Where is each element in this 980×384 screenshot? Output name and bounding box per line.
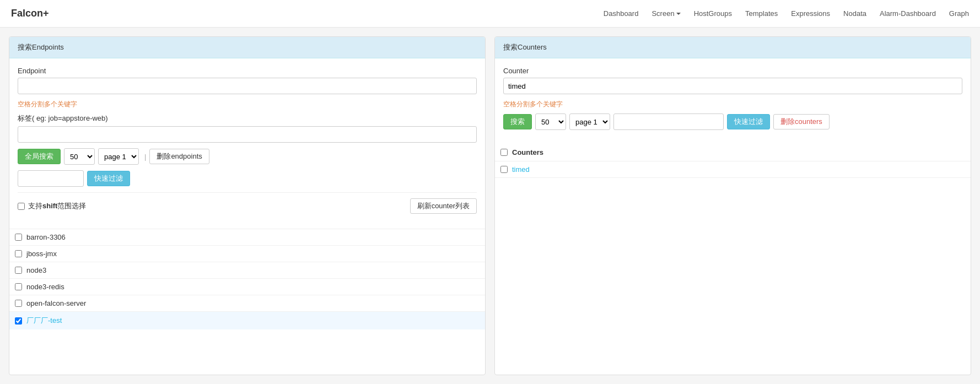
tags-form-group: 标签( eg: job=appstore-web) [18, 113, 477, 143]
counter-item-timed: timed [495, 161, 971, 178]
counter-quick-filter-button[interactable]: 快速过滤 [727, 114, 770, 129]
delete-endpoints-button[interactable]: 删除endpoints [149, 149, 209, 164]
endpoint-label: Endpoint [18, 67, 477, 75]
counters-header-row: Counters [495, 144, 971, 161]
counter-label: Counter [503, 67, 962, 75]
counters-panel-heading: 搜索Counters [495, 37, 971, 58]
endpoints-panel-body: Endpoint 空格分割多个关键字 标签( eg: job=appstore-… [9, 58, 485, 229]
counters-list: timed [495, 161, 971, 178]
endpoint-name-node3: node3 [26, 266, 46, 274]
nav-expressions[interactable]: Expressions [791, 9, 830, 18]
endpoint-input[interactable] [18, 78, 477, 94]
endpoint-checkbox-barron[interactable] [15, 234, 22, 241]
counter-hint: 空格分割多个关键字 [503, 100, 962, 109]
counter-search-row: 搜索 50 100 200 page 1 page 2 page 3 快速过滤 … [503, 113, 962, 130]
counters-col-label: Counters [512, 148, 543, 156]
endpoint-item-node3: node3 [9, 262, 485, 279]
counter-filter-input[interactable] [613, 113, 724, 130]
counter-form-group: Counter [503, 67, 962, 94]
refresh-counter-list-button[interactable]: 刷新counter列表 [410, 198, 477, 214]
shift-text: 支持shift范围选择 [28, 201, 86, 211]
counter-page-select[interactable]: page 1 page 2 page 3 [569, 113, 610, 130]
nav-alarm-dashboard[interactable]: Alarm-Dashboard [880, 9, 936, 18]
limit-select[interactable]: 50 100 200 [64, 148, 95, 165]
nav-links: Dashboard Screen HostGroups Templates Ex… [604, 9, 969, 18]
endpoint-list: barron-3306 jboss-jmx node3 node3-redis … [9, 229, 485, 329]
filter-input[interactable] [18, 170, 84, 187]
endpoint-checkbox-test[interactable] [15, 317, 22, 324]
brand: Falcon+ [11, 8, 49, 19]
endpoint-item-node3-redis: node3-redis [9, 279, 485, 295]
nav-graph[interactable]: Graph [949, 9, 969, 18]
nav-nodata[interactable]: Nodata [843, 9, 866, 18]
shift-row: 支持shift范围选择 刷新counter列表 [18, 192, 477, 214]
counter-limit-select[interactable]: 50 100 200 [535, 113, 566, 130]
navbar: Falcon+ Dashboard Screen HostGroups Temp… [0, 0, 980, 28]
counter-input[interactable] [503, 78, 962, 94]
quick-filter-button[interactable]: 快速过滤 [87, 171, 130, 186]
endpoint-name-node3-redis: node3-redis [26, 283, 64, 291]
endpoint-checkbox-node3-redis[interactable] [15, 283, 22, 290]
tags-label: 标签( eg: job=appstore-web) [18, 113, 477, 123]
counter-checkbox-timed[interactable] [500, 166, 508, 173]
quick-filter-row: 快速过滤 [18, 170, 477, 187]
endpoint-checkbox-open-falcon[interactable] [15, 300, 22, 307]
endpoint-checkbox-node3[interactable] [15, 267, 22, 274]
endpoints-panel-heading: 搜索Endpoints [9, 37, 485, 58]
endpoint-item-jboss: jboss-jmx [9, 246, 485, 262]
counters-panel-title: 搜索Counters [503, 43, 547, 51]
counters-panel: 搜索Counters Counter 空格分割多个关键字 搜索 50 100 2… [494, 36, 971, 375]
page-select[interactable]: page 1 page 2 page 3 [98, 148, 139, 165]
endpoint-name-jboss: jboss-jmx [26, 250, 57, 258]
counter-link-timed[interactable]: timed [512, 165, 530, 174]
endpoint-item-barron: barron-3306 [9, 229, 485, 246]
main-content: 搜索Endpoints Endpoint 空格分割多个关键字 标签( eg: j… [0, 28, 980, 384]
shift-label[interactable]: 支持shift范围选择 [18, 201, 86, 211]
screen-caret-icon [676, 13, 681, 15]
counter-search-button[interactable]: 搜索 [503, 114, 532, 129]
endpoints-panel: 搜索Endpoints Endpoint 空格分割多个关键字 标签( eg: j… [9, 36, 486, 375]
endpoint-name-open-falcon: open-falcon-server [26, 299, 86, 307]
endpoint-checkbox-jboss[interactable] [15, 250, 22, 257]
tags-input[interactable] [18, 126, 477, 143]
nav-dashboard[interactable]: Dashboard [604, 9, 639, 18]
nav-screen[interactable]: Screen [651, 9, 680, 18]
endpoint-hint: 空格分割多个关键字 [18, 100, 477, 109]
counters-select-all-checkbox[interactable] [500, 149, 508, 156]
endpoint-item-test: 厂厂厂-test [9, 312, 485, 329]
endpoint-name-barron: barron-3306 [26, 233, 66, 241]
shift-checkbox[interactable] [18, 203, 25, 210]
endpoints-panel-title: 搜索Endpoints [18, 43, 64, 51]
endpoint-name-test: 厂厂厂-test [26, 316, 62, 326]
nav-templates[interactable]: Templates [745, 9, 778, 18]
endpoint-item-open-falcon: open-falcon-server [9, 295, 485, 312]
delete-counters-button[interactable]: 删除counters [773, 114, 830, 129]
nav-hostgroups[interactable]: HostGroups [694, 9, 732, 18]
counters-panel-body: Counter 空格分割多个关键字 搜索 50 100 200 page 1 p… [495, 58, 971, 144]
global-search-button[interactable]: 全局搜索 [18, 149, 61, 164]
endpoint-form-group: Endpoint [18, 67, 477, 94]
search-row: 全局搜索 50 100 200 page 1 page 2 page 3 | 删… [18, 148, 477, 165]
